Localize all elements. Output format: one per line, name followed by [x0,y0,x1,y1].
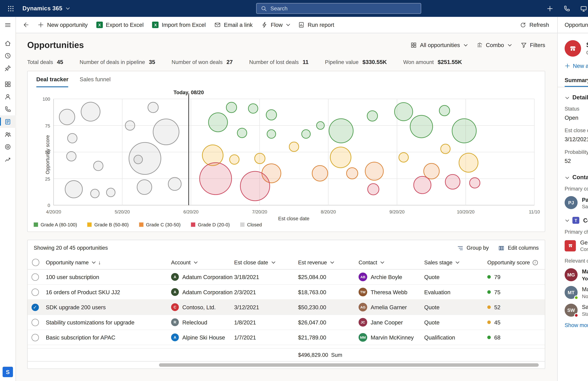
table-row[interactable]: Basic subscription for APAC AAlpine Ski … [28,330,545,345]
contact-cell[interactable]: ABArchie Boyle [358,273,424,281]
column-header-opportunity-score[interactable]: Opportunity scorei [487,259,545,265]
chat-list: MG Madelyn Gilliam8:15 AM You: Thanks! H… [565,268,588,317]
import-from-excel-button[interactable]: XImport from Excel [148,19,210,31]
table-row[interactable]: 16 orders of Product SKU JJ2 AAdatum Cor… [28,285,545,300]
filters-button[interactable]: Filters [520,42,545,48]
chart-tabs: Deal trackerSales funnel [28,71,545,87]
app-title[interactable]: Dynamics 365 [22,5,69,12]
tab-sales-funnel[interactable]: Sales funnel [80,71,111,87]
sidebar-item-contacts[interactable] [0,90,16,103]
contact-cell[interactable]: MMMarvin McKinney [358,333,424,342]
contact-cell[interactable]: JCJane Cooper [358,318,424,327]
sidebar-item-calls[interactable] [0,103,16,115]
y-tick-label: 100 [35,96,50,102]
horizontal-scrollbar[interactable] [30,362,542,368]
column-header-opportunity-name[interactable]: Opportunity name↓ [46,259,171,265]
export-to-excel-button[interactable]: XExport to Excel [92,19,147,31]
opportunity-name-cell[interactable]: 16 orders of Product SKU JJ2 [46,289,171,295]
sidebar-item-opportunities[interactable] [0,115,16,128]
flow-button[interactable]: Flow [257,19,294,31]
contact-role: Sales Development Rep [582,204,588,209]
account-cell[interactable]: CContoso, Ltd. [171,303,234,311]
est-close-date-cell: 1/8/2021 [234,319,298,325]
search-input[interactable]: Search [256,3,421,14]
opportunity-name-cell[interactable]: Basic subscription for APAC [46,334,171,340]
tab-deal-tracker[interactable]: Deal tracker [36,71,69,87]
collaboration-section-header[interactable]: T Collaboration [565,217,588,224]
presenter-icon[interactable] [576,0,588,17]
score-dot [487,275,491,278]
chevron-down-icon [66,6,70,10]
scrollbar-thumb[interactable] [159,363,539,367]
panel-title: Opportunity [565,22,588,28]
chat-item[interactable]: SW Samuel WeeksSuggested Start chatting … [565,304,588,317]
table-row[interactable]: 100 user subscription AAdatum Corporatio… [28,270,545,285]
page-title: Opportunities [27,40,84,50]
sidebar-item-dashboards[interactable] [0,78,16,90]
sitemap-toggle-icon[interactable] [0,17,16,33]
sidebar-item-pinned[interactable] [0,62,16,74]
sales-stage-cell: Quote [424,304,487,310]
details-section-header[interactable]: Details [565,94,588,101]
view-selector[interactable]: All opportunities [410,42,467,48]
opportunity-side-panel: Opportunity SDK upgrade 200 users Contos… [557,17,588,381]
search-icon [261,5,267,11]
table-row[interactable]: Stability customizations for upgrade RRe… [28,315,545,330]
phone-icon[interactable] [559,0,574,17]
table-header: Opportunity name↓ Account Est close date… [28,256,545,270]
chat-item[interactable]: MG Madelyn Gilliam8:15 AM You: Thanks! H… [565,268,588,281]
table-row[interactable]: ✓ SDK upgrade 200 users CContoso, Ltd. 3… [28,300,545,315]
run-report-button[interactable]: Run report [294,19,338,31]
row-checkbox[interactable] [31,318,39,326]
score-dot [487,336,491,339]
bubble-chart[interactable]: Opportunity score Today, 08/20 Est close… [28,87,545,222]
opportunity-name-cell[interactable]: 100 user subscription [46,274,171,280]
column-header-est-close-date[interactable]: Est close date [234,259,298,265]
sales-stage-cell: Qualification [424,334,487,340]
back-button[interactable] [19,19,33,31]
row-checkbox-checked[interactable]: ✓ [31,303,39,311]
show-more-chats-link[interactable]: Show more chats [565,322,588,328]
contact-cell[interactable]: TWTheresa Webb [358,288,424,296]
row-checkbox[interactable] [31,334,39,341]
column-header-account[interactable]: Account [171,259,234,265]
main-content: New opportunity XExport to Excel XImport… [16,17,557,381]
group-by-button[interactable]: Group by [457,245,489,251]
row-checkbox[interactable] [31,288,39,296]
detail-field-est-close-date: Est close date 3/12/2021 [565,127,588,143]
new-opportunity-button[interactable]: New opportunity [34,19,92,31]
deal-tracker-card: Deal trackerSales funnel Opportunity sco… [27,71,545,232]
account-cell[interactable]: AAdatum Corporation [171,288,234,296]
contact-cell[interactable]: AGAmelia Garner [358,303,424,311]
account-cell[interactable]: RRelecloud [171,318,234,326]
row-checkbox[interactable] [31,273,39,280]
primary-channel-card[interactable]: General Contoso, Ltd. [565,239,588,252]
contacts-section-header[interactable]: Contacts [565,174,588,181]
refresh-button[interactable]: Refresh [516,19,553,31]
column-header-contact[interactable]: Contact [358,259,424,265]
sidebar-item-home[interactable] [0,37,16,49]
sidebar-item-goals[interactable] [0,140,16,153]
account-cell[interactable]: AAdatum Corporation [171,273,234,281]
opportunity-name-cell[interactable]: SDK upgrade 200 users [46,304,171,310]
primary-contact-card[interactable]: PJ Parker Jones Sales Development Rep [565,196,588,209]
dynamics-365-app: Dynamics 365 Search [0,0,588,381]
new-activity-button[interactable]: New activity [565,63,588,69]
add-icon[interactable] [543,0,557,17]
sidebar-item-leads[interactable] [0,128,16,140]
column-header-est-revenue[interactable]: Est revenue [298,259,358,265]
sidebar-item-recent[interactable] [0,49,16,62]
edit-columns-button[interactable]: Edit columns [498,245,539,251]
chart-selector[interactable]: Combo [476,42,511,48]
detail-field-probability: Probability 52 [565,149,588,166]
column-header-sales-stage[interactable]: Sales stage [424,259,487,265]
select-all-checkbox[interactable] [32,259,39,266]
sidebar-item-forecasts[interactable] [0,153,16,166]
waffle-menu-icon[interactable] [3,0,18,17]
opportunity-name-cell[interactable]: Stability customizations for upgrade [46,319,171,325]
panel-tab-summary[interactable]: Summary [565,73,588,87]
email-a-link-button[interactable]: Email a link [210,19,256,31]
account-cell[interactable]: AAlpine Ski House [171,334,234,341]
app-badge-sales[interactable]: S [2,367,13,377]
chat-item[interactable]: MT Margie's Travel1:30 PM Noelle: I've b… [565,286,588,299]
